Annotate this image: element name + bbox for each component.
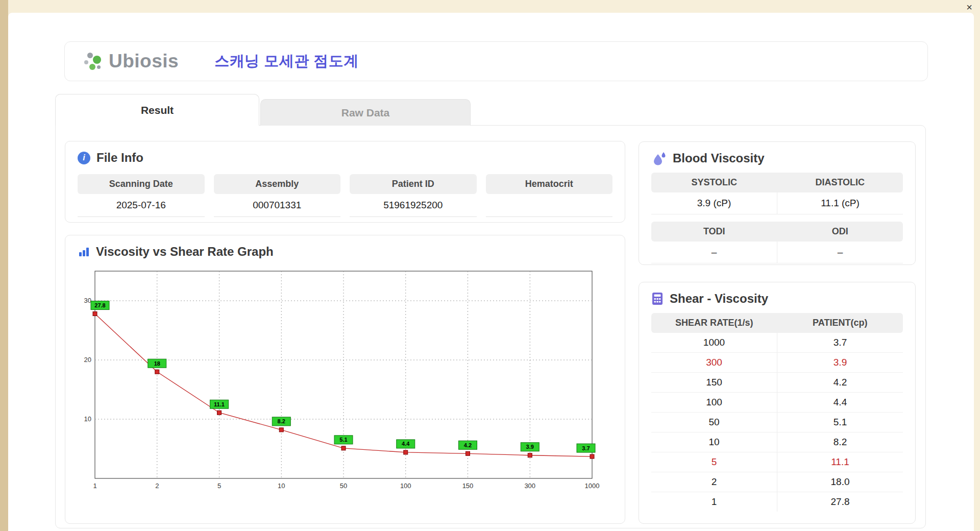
close-icon[interactable]: × [963,1,976,13]
shear-rate-value: 300 [651,353,777,372]
field-assembly: Assembly 000701331 [214,174,341,217]
table-row: 5 11.1 [651,452,903,472]
patient-viscosity-value: 3.9 [777,353,903,372]
svg-text:50: 50 [340,482,347,490]
tab-result[interactable]: Result [55,94,259,126]
tab-bar: Result Raw Data [55,93,471,126]
shear-rate-value: 2 [651,472,777,492]
patient-viscosity-value: 8.2 [777,432,903,452]
header-card: Ubiosis 스캐닝 모세관 점도계 [64,41,928,81]
result-panel: i File Info Scanning Date 2025-07-16 Ass… [55,125,926,528]
svg-text:10: 10 [84,415,91,423]
svg-text:1: 1 [93,482,96,490]
shear-rate-value: 1 [651,492,777,512]
todi-label: TODI [651,222,777,242]
patient-viscosity-value: 18.0 [777,472,903,492]
logo-text: Ubiosis [109,51,179,72]
svg-text:18: 18 [154,360,160,367]
field-label: Hematocrit [486,174,613,194]
page-title: 스캐닝 모세관 점도계 [214,51,359,71]
file-info-card: i File Info Scanning Date 2025-07-16 Ass… [65,141,625,223]
table-row: 150 4.2 [651,373,903,393]
shear-rate-value: 10 [651,432,777,452]
svg-text:20: 20 [84,356,91,364]
patient-viscosity-value: 3.7 [777,333,903,352]
systolic-label: SYSTOLIC [651,173,777,192]
bar-chart-icon [78,246,90,258]
svg-text:1000: 1000 [585,482,600,490]
table-row: 2 18.0 [651,472,903,492]
svg-text:150: 150 [462,482,474,490]
field-value: 51961925200 [350,194,477,215]
field-value: 000701331 [214,194,341,215]
main-window: Ubiosis 스캐닝 모세관 점도계 Result Raw Data i Fi… [8,13,974,531]
svg-text:5: 5 [217,482,221,490]
patient-viscosity-value: 4.4 [777,393,903,412]
shear-rate-value: 100 [651,393,777,412]
svg-text:5.1: 5.1 [339,437,347,443]
systolic-value: 3.9 (cP) [651,192,777,214]
bv-value-row: 3.9 (cP) 11.1 (cP) [651,192,903,214]
svg-text:100: 100 [400,482,411,490]
logo-dots-icon [83,51,107,72]
diastolic-value: 11.1 (cP) [777,192,903,214]
table-row: 1000 3.7 [651,333,903,353]
graph-title: Viscosity vs Shear Rate Graph [96,245,274,259]
shear-viscosity-card: Shear - Viscosity SHEAR RATE(1/s) PATIEN… [639,282,916,524]
odi-label: ODI [777,222,903,242]
field-scanning-date: Scanning Date 2025-07-16 [78,174,205,217]
field-label: Assembly [214,174,341,194]
shear-rate-value: 50 [651,413,777,432]
shear-rate-value: 5 [651,452,777,472]
svg-text:8.2: 8.2 [278,418,285,424]
tab-raw-data[interactable]: Raw Data [260,99,471,126]
droplet-icon [651,151,667,165]
graph-card: Viscosity vs Shear Rate Graph 1020301251… [65,235,625,524]
field-label: Scanning Date [78,174,205,194]
bv-header-row: TODI ODI [651,222,903,242]
bv-value-row: – – [651,242,903,263]
svg-text:30: 30 [84,297,91,304]
blood-viscosity-title: Blood Viscosity [673,151,765,165]
window-frame-left [0,0,8,531]
svg-text:4.4: 4.4 [402,441,410,447]
svg-text:3.7: 3.7 [582,445,590,451]
shear-viscosity-title: Shear - Viscosity [670,292,768,306]
svg-text:3.9: 3.9 [526,444,534,450]
viscosity-chart: 1020301251050100150300100027.81811.18.25… [78,264,612,504]
table-row: 50 5.1 [651,413,903,432]
shear-rate-value: 150 [651,373,777,392]
svg-text:2: 2 [155,482,159,490]
svg-text:27.8: 27.8 [94,302,105,308]
table-row: 10 8.2 [651,432,903,452]
calculator-icon [651,292,664,305]
table-row: 100 4.4 [651,393,903,413]
shear-table-header: SHEAR RATE(1/s) PATIENT(cp) [651,313,903,333]
svg-text:4.2: 4.2 [464,442,472,448]
todi-value: – [651,242,777,263]
file-info-title: File Info [96,151,143,165]
svg-text:11.1: 11.1 [214,401,225,407]
info-icon: i [78,152,90,164]
odi-value: – [777,242,903,263]
table-row: 300 3.9 [651,353,903,373]
field-value: 2025-07-16 [78,194,205,215]
shear-rate-value: 1000 [651,333,777,352]
svg-text:300: 300 [524,482,535,490]
shear-rate-column-header: SHEAR RATE(1/s) [651,313,777,333]
field-label: Patient ID [350,174,477,194]
svg-text:10: 10 [278,482,285,490]
field-value [486,194,613,215]
diastolic-label: DIASTOLIC [777,173,903,192]
patient-column-header: PATIENT(cp) [777,313,903,333]
patient-viscosity-value: 27.8 [777,492,903,512]
blood-viscosity-card: Blood Viscosity SYSTOLIC DIASTOLIC 3.9 (… [639,141,916,265]
patient-viscosity-value: 11.1 [777,452,903,472]
bv-header-row: SYSTOLIC DIASTOLIC [651,173,903,192]
field-hematocrit: Hematocrit [486,174,613,217]
table-row: 1 27.8 [651,492,903,512]
patient-viscosity-value: 4.2 [777,373,903,392]
field-patient-id: Patient ID 51961925200 [350,174,477,217]
patient-viscosity-value: 5.1 [777,413,903,432]
ubiosis-logo: Ubiosis [83,51,179,72]
